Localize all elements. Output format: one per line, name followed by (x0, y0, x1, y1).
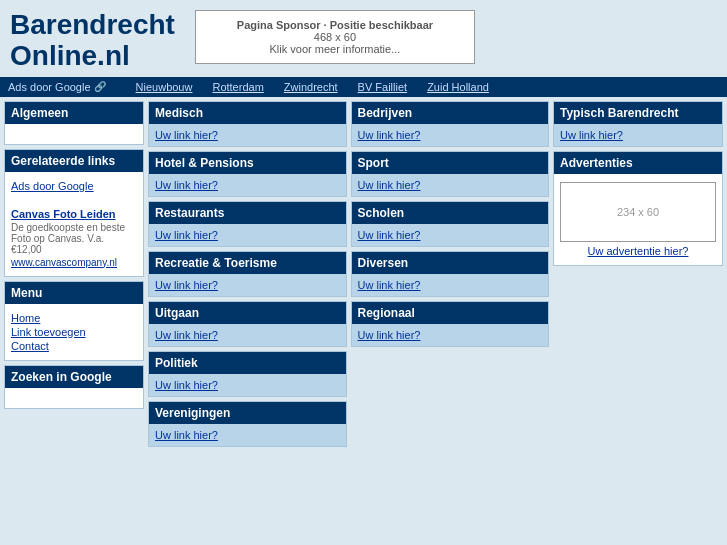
cat-typisch-header: Typisch Barendrecht (554, 102, 722, 124)
cat-uitgaan-link[interactable]: Uw link hier? (155, 329, 218, 341)
cat-verenigingen-header: Verenigingen (149, 402, 346, 424)
cat-sport-link[interactable]: Uw link hier? (358, 179, 421, 191)
cat-scholen: Scholen Uw link hier? (351, 201, 550, 247)
cat-bedrijven-link[interactable]: Uw link hier? (358, 129, 421, 141)
cat-medisch-header: Medisch (149, 102, 346, 124)
cat-restaurants-link[interactable]: Uw link hier? (155, 229, 218, 241)
navbar: Ads door Google 🔗 Nieuwbouw Rotterdam Zw… (0, 77, 727, 97)
cat-scholen-link[interactable]: Uw link hier? (358, 229, 421, 241)
cat-diversen-link[interactable]: Uw link hier? (358, 279, 421, 291)
cat-scholen-header: Scholen (352, 202, 549, 224)
category-column-3: Typisch Barendrecht Uw link hier? Advert… (553, 101, 723, 447)
nav-link-zuidholland[interactable]: Zuid Holland (427, 81, 489, 93)
cat-typisch: Typisch Barendrecht Uw link hier? (553, 101, 723, 147)
menu-contact[interactable]: Contact (11, 340, 137, 352)
canvas-desc: De goedkoopste en beste Foto op Canvas. … (11, 222, 137, 255)
cat-politiek: Politiek Uw link hier? (148, 351, 347, 397)
sidebar-zoeken: Zoeken in Google (4, 365, 144, 409)
cat-advertenties: Advertenties 234 x 60 Uw advertentie hie… (553, 151, 723, 266)
cat-hotel: Hotel & Pensions Uw link hier? (148, 151, 347, 197)
sidebar-algemeen: Algemeen (4, 101, 144, 145)
cat-diversen-header: Diversen (352, 252, 549, 274)
cat-regionaal: Regionaal Uw link hier? (351, 301, 550, 347)
external-link-icon: 🔗 (94, 81, 106, 92)
sidebar-gerelateerde: Gerelateerde links Ads door Google Canva… (4, 149, 144, 277)
cat-advertenties-header: Advertenties (554, 152, 722, 174)
cat-sport-header: Sport (352, 152, 549, 174)
cat-restaurants: Restaurants Uw link hier? (148, 201, 347, 247)
cat-medisch: Medisch Uw link hier? (148, 101, 347, 147)
cat-sport: Sport Uw link hier? (351, 151, 550, 197)
sidebar-gerelateerde-header: Gerelateerde links (5, 150, 143, 172)
canvas-link[interactable]: Canvas Foto Leiden (11, 208, 137, 220)
canvas-url[interactable]: www.canvascompany.nl (11, 257, 137, 268)
menu-home[interactable]: Home (11, 312, 137, 324)
cat-regionaal-header: Regionaal (352, 302, 549, 324)
sidebar-menu: Menu Home Link toevoegen Contact (4, 281, 144, 361)
cat-politiek-header: Politiek (149, 352, 346, 374)
nav-link-rotterdam[interactable]: Rotterdam (212, 81, 263, 93)
cat-restaurants-header: Restaurants (149, 202, 346, 224)
sidebar-zoeken-header: Zoeken in Google (5, 366, 143, 388)
content-area: Medisch Uw link hier? Hotel & Pensions U… (148, 101, 723, 447)
cat-verenigingen: Verenigingen Uw link hier? (148, 401, 347, 447)
cat-regionaal-link[interactable]: Uw link hier? (358, 329, 421, 341)
ads-google-sidebar[interactable]: Ads door Google (11, 180, 137, 192)
sponsor-line2: 468 x 60 (216, 31, 454, 43)
sidebar: Algemeen Gerelateerde links Ads door Goo… (4, 101, 144, 447)
cat-typisch-link[interactable]: Uw link hier? (560, 129, 623, 141)
cat-uitgaan: Uitgaan Uw link hier? (148, 301, 347, 347)
nav-link-zwindrecht[interactable]: Zwindrecht (284, 81, 338, 93)
ad-link[interactable]: Uw advertentie hier? (560, 245, 716, 257)
cat-hotel-link[interactable]: Uw link hier? (155, 179, 218, 191)
sidebar-algemeen-header: Algemeen (5, 102, 143, 124)
cat-recreatie: Recreatie & Toerisme Uw link hier? (148, 251, 347, 297)
nav-link-bvfailliet[interactable]: BV Failliet (358, 81, 408, 93)
cat-hotel-header: Hotel & Pensions (149, 152, 346, 174)
sponsor-line3: Klik voor meer informatie... (216, 43, 454, 55)
sponsor-box[interactable]: Pagina Sponsor · Positie beschikbaar 468… (195, 10, 475, 64)
ad-size-label: 234 x 60 (617, 206, 659, 218)
ad-banner-234x60[interactable]: 234 x 60 (560, 182, 716, 242)
cat-diversen: Diversen Uw link hier? (351, 251, 550, 297)
cat-recreatie-link[interactable]: Uw link hier? (155, 279, 218, 291)
cat-politiek-link[interactable]: Uw link hier? (155, 379, 218, 391)
cat-uitgaan-header: Uitgaan (149, 302, 346, 324)
cat-recreatie-header: Recreatie & Toerisme (149, 252, 346, 274)
sponsor-line1: Pagina Sponsor · Positie beschikbaar (216, 19, 454, 31)
cat-bedrijven: Bedrijven Uw link hier? (351, 101, 550, 147)
sidebar-menu-header: Menu (5, 282, 143, 304)
category-column-2: Bedrijven Uw link hier? Sport Uw link hi… (351, 101, 550, 447)
cat-bedrijven-header: Bedrijven (352, 102, 549, 124)
ads-google-label: Ads door Google 🔗 (8, 81, 106, 93)
cat-medisch-link[interactable]: Uw link hier? (155, 129, 218, 141)
nav-link-nieuwbouw[interactable]: Nieuwbouw (136, 81, 193, 93)
cat-verenigingen-link[interactable]: Uw link hier? (155, 429, 218, 441)
menu-link-toevoegen[interactable]: Link toevoegen (11, 326, 137, 338)
category-column-1: Medisch Uw link hier? Hotel & Pensions U… (148, 101, 347, 447)
site-logo: Barendrecht Online.nl (10, 10, 175, 72)
